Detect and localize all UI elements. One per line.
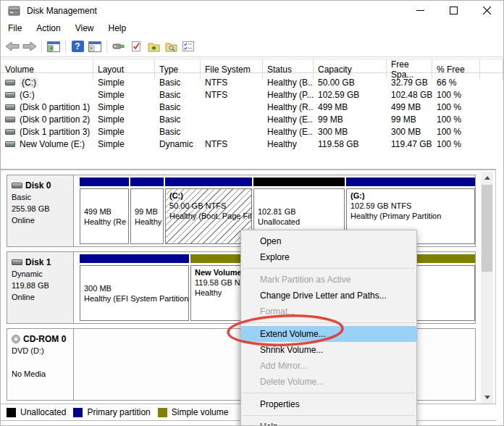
status-value: Healthy [263, 139, 314, 149]
toolbar-separator [41, 40, 42, 53]
menu-file[interactable]: File [1, 21, 29, 36]
menu-item-change-drive-letter[interactable]: Change Drive Letter and Paths... [241, 288, 416, 304]
check-document-icon[interactable] [127, 38, 145, 55]
status-value: Healthy (P... [263, 90, 314, 100]
vertical-scrollbar[interactable] [481, 172, 493, 404]
table-row[interactable]: (Disk 0 partition 1) Simple Basic Health… [1, 101, 503, 113]
type-value: Basic [155, 78, 201, 88]
scrollbar-thumb[interactable] [482, 185, 492, 272]
capacity-value: 119.58 GB [314, 139, 387, 149]
table-row[interactable]: (Disk 0 partition 2) Simple Basic Health… [1, 113, 503, 125]
disk-status: Online [12, 291, 73, 303]
partition-status: Unallocated [258, 217, 344, 227]
table-row[interactable]: (G:) Simple Basic NTFS Healthy (P... 102… [1, 88, 503, 101]
pct-free-value: 100 % [432, 90, 480, 100]
scroll-down-icon[interactable] [481, 391, 493, 404]
capacity-value: 300 MB [314, 127, 387, 137]
menu-help[interactable]: Help [101, 21, 134, 36]
disk1-label[interactable]: Disk 1 Dynamic 119.88 GB Online [7, 252, 74, 323]
menu-separator [243, 322, 415, 323]
legend-label: Simple volume [172, 407, 229, 417]
back-arrow-icon[interactable] [4, 38, 21, 55]
console-tree-icon[interactable] [45, 38, 62, 55]
cdrom-label[interactable]: CD-ROM 0 DVD (D:) No Media [7, 329, 74, 400]
menu-item-format: Format... [241, 304, 416, 320]
status-value: Healthy (B... [263, 78, 314, 88]
partition-99mb[interactable]: 99 MB Healthy [130, 178, 164, 244]
action-pane-icon[interactable] [86, 38, 104, 55]
legend-swatch [158, 408, 167, 417]
type-value: Basic [155, 127, 201, 137]
maximize-button[interactable] [437, 1, 470, 20]
menu-item-open[interactable]: Open [241, 233, 416, 249]
menu-item-explore[interactable]: Explore [241, 249, 416, 265]
app-drive-icon [8, 6, 21, 16]
checklist-icon[interactable] [180, 38, 197, 55]
volume-name: (Disk 1 partition 3) [20, 127, 90, 137]
forward-arrow-icon[interactable] [21, 38, 38, 55]
partition-status: Healthy (Re [84, 217, 128, 227]
partition-bar [165, 178, 252, 186]
fs-value: NTFS [201, 90, 263, 100]
volume-name: (C:) [20, 78, 38, 88]
menubar: File Action View Help [1, 20, 503, 36]
volume-list: Volume Layout Type File System Status Ca… [1, 59, 503, 167]
layout-value: Simple [93, 102, 155, 112]
status-value: Healthy (E... [263, 114, 314, 125]
table-row[interactable]: (C:) Simple Basic NTFS Healthy (B... 50.… [1, 76, 503, 88]
table-row[interactable]: New Volume (E:) Simple Dynamic NTFS Heal… [1, 138, 503, 150]
volume-name: (Disk 0 partition 2) [20, 114, 90, 125]
free-space-value: 102.48 GB [387, 90, 432, 100]
disk-name: Disk 1 [25, 256, 51, 268]
partition-bar [346, 178, 475, 186]
layout-value: Simple [93, 139, 155, 149]
close-button[interactable] [470, 1, 503, 20]
folder-up-icon[interactable] [145, 38, 162, 55]
volume-icon [5, 129, 15, 135]
legend-label: Primary partition [87, 407, 150, 417]
menu-action[interactable]: Action [29, 21, 67, 36]
volume-name: (Disk 0 partition 1) [20, 102, 90, 112]
legend-swatch [73, 408, 83, 417]
window-title: Disk Management [27, 6, 97, 16]
layout-value: Simple [93, 114, 155, 125]
disk-icon [12, 183, 22, 188]
partition-c-selected[interactable]: (C:) 50.00 GB NTFS Healthy (Boot, Page F… [165, 178, 252, 244]
menu-item-help[interactable]: Help [241, 419, 416, 426]
volume-icon [5, 141, 15, 147]
toolbar-separator [65, 40, 66, 53]
menu-item-properties[interactable]: Properties [241, 396, 416, 412]
table-row[interactable]: (Disk 1 partition 3) Simple Basic Health… [1, 125, 503, 138]
menu-item-mark-partition-active: Mark Partition as Active [241, 272, 416, 288]
disk-name: Disk 0 [25, 180, 51, 191]
pct-free-value: 66 % [432, 78, 480, 88]
legend-swatch [7, 408, 16, 417]
capacity-value: 50.00 GB [314, 78, 387, 88]
menu-item-shrink-volume[interactable]: Shrink Volume... [241, 342, 416, 358]
legend-label: Unallocated [20, 407, 66, 417]
partition-efi[interactable]: 300 MB Healthy (EFI System Partition) [80, 254, 189, 321]
menu-item-extend-volume[interactable]: Extend Volume... [241, 326, 416, 342]
partition-recovery[interactable]: 499 MB Healthy (Re [80, 178, 129, 244]
partition-bar [253, 178, 345, 186]
type-value: Dynamic [155, 139, 201, 149]
legend-unallocated: Unallocated [7, 407, 66, 417]
disk0-label[interactable]: Disk 0 Basic 255.98 GB Online [7, 175, 74, 246]
legend-primary-partition: Primary partition [73, 407, 150, 417]
device-icon[interactable] [110, 38, 127, 55]
help-icon[interactable]: ? [69, 38, 86, 55]
minimize-button[interactable] [403, 1, 437, 20]
folder-search-icon[interactable] [162, 38, 180, 55]
menu-view[interactable]: View [68, 21, 101, 36]
scroll-up-icon[interactable] [481, 172, 493, 184]
capacity-value: 99 MB [314, 114, 387, 125]
titlebar: Disk Management [1, 1, 503, 20]
volume-name: (G:) [20, 90, 35, 100]
fs-value: NTFS [201, 78, 263, 88]
partition-size: 300 MB [84, 283, 188, 293]
partition-status: Healthy (Primary Partition [350, 211, 474, 221]
cdrom-type: DVD (D:) [12, 345, 73, 356]
disk-type: Dynamic [12, 268, 73, 280]
type-value: Basic [155, 114, 201, 125]
menu-item-add-mirror: Add Mirror... [241, 358, 416, 374]
